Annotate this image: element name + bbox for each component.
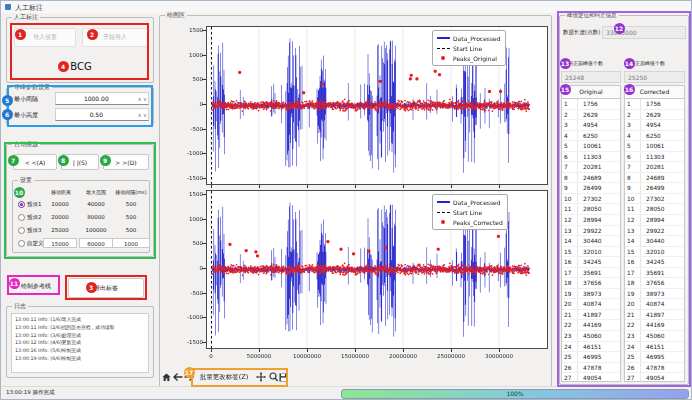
progress-bar: 100%: [341, 389, 689, 399]
preset-value: 20000: [43, 214, 77, 220]
peak-position-value: 41897: [641, 310, 664, 320]
peak-position-value: 10061: [578, 141, 601, 151]
before-count-field: 25248: [561, 71, 621, 83]
back-icon[interactable]: [173, 371, 183, 383]
batch-edit-labels-button[interactable]: 批量更改标签(Z): [195, 371, 253, 384]
table-row: 34954: [562, 120, 620, 131]
y-tick-mark: [202, 178, 206, 179]
preset-radio[interactable]: [18, 214, 25, 221]
y-tick-mark: [202, 129, 206, 130]
y-tick-label: -1500: [169, 339, 203, 345]
min-height-value: 0.50: [56, 111, 137, 118]
peak-position-value: 20281: [641, 162, 664, 172]
save-icon[interactable]: [278, 371, 288, 383]
row-index: 20: [562, 299, 578, 309]
corrected-peaks-table[interactable]: Corrected 117562262934954462505100616113…: [624, 85, 685, 382]
legend-entry: Data_Processed: [436, 197, 503, 207]
table-row: 1027302: [625, 194, 684, 205]
original-peaks-table[interactable]: Original 1175622629349544625051006161130…: [561, 85, 621, 382]
step-forward-button[interactable]: > >(D): [103, 154, 149, 170]
peak-position-value: 26499: [641, 183, 664, 193]
min-interval-spinbox[interactable]: 1000.00 ∧ ∨: [55, 92, 149, 105]
y-tick-mark: [202, 153, 206, 154]
column-header-interval: 移动间隔(ms): [112, 189, 150, 195]
status-message: 13:00:19 操作完成: [6, 389, 54, 396]
pan-icon[interactable]: [256, 371, 266, 383]
peak-position-value: 1756: [641, 99, 661, 109]
chart-bottom-legend: Data_ProcessedStart LinePeaks_Corrected: [432, 194, 508, 230]
legend-label: Peaks_Original: [453, 55, 497, 62]
row-index: 17: [625, 268, 641, 278]
peak-params-group: 寻峰参数设置 最小间隔 1000.00 ∧ ∨ 最小高度 0.50 ∧ ∨: [6, 87, 154, 126]
x-tick-label: 30000000: [475, 353, 523, 359]
table-row: 824689: [625, 173, 684, 184]
spin-down-icon[interactable]: ∨: [142, 96, 148, 102]
table-row: 1938973: [562, 289, 620, 300]
y-tick-mark: [202, 243, 206, 244]
import-settings-button[interactable]: 导入设置: [14, 28, 76, 47]
row-index: 16: [562, 257, 578, 267]
y-tick-mark: [202, 104, 206, 105]
forward-icon[interactable]: [184, 371, 194, 383]
pause-button[interactable]: | |(S): [61, 154, 99, 170]
chart-top-legend: Data_ProcessedStart LinePeaks_Original: [432, 30, 506, 66]
spin-down-icon[interactable]: ∨: [142, 112, 148, 118]
peak-position-value: 34245: [641, 257, 664, 267]
y-tick-mark: [202, 30, 206, 31]
table-row: 720281: [562, 162, 620, 173]
table-row: 2647878: [625, 363, 684, 374]
y-tick-label: 1500: [169, 27, 203, 33]
table-row: 1329922: [562, 226, 620, 237]
peak-position-value: 41897: [578, 310, 601, 320]
start-import-button[interactable]: 开始导入: [82, 28, 148, 47]
preset-radio[interactable]: [18, 201, 25, 208]
row-index: 26: [625, 363, 641, 373]
row-index: 14: [625, 236, 641, 246]
legend-entry: Start Line: [436, 207, 503, 217]
x-tick-mark: [451, 185, 452, 188]
row-index: 25: [562, 352, 578, 362]
export-labels-button[interactable]: 导出标签: [68, 278, 144, 298]
min-interval-label: 最小间隔: [14, 95, 38, 104]
preset-custom-input[interactable]: 1000: [112, 238, 150, 248]
peak-position-value: 6250: [641, 131, 661, 141]
row-index: 23: [625, 331, 641, 341]
log-list[interactable]: 13:00:11 Info: (1/6)导入完成13:00:11 Info: (…: [11, 313, 149, 373]
table-row: 2749054: [625, 373, 684, 382]
plot-area-group-title: 绘图区: [165, 11, 187, 19]
status-bar: 100%: [1, 386, 691, 400]
home-icon[interactable]: [161, 371, 171, 383]
table-row: 611303: [625, 152, 684, 163]
y-tick-label: 500: [169, 240, 203, 246]
row-index: 14: [562, 236, 578, 246]
legend-swatch-scatter-icon: [436, 220, 450, 224]
legend-entry: Start Line: [436, 43, 501, 53]
y-tick-label: 500: [169, 76, 203, 82]
preset-radio[interactable]: [18, 240, 25, 247]
zoom-icon[interactable]: [268, 371, 278, 383]
table-row: 1430440: [625, 236, 684, 247]
peak-position-value: 29922: [578, 226, 601, 236]
row-index: 4: [625, 131, 641, 141]
table-row: 2749054: [562, 373, 620, 382]
x-tick-mark: [307, 185, 308, 188]
y-tick-label: 0: [169, 101, 203, 107]
row-index: 6: [562, 152, 578, 162]
before-count-label: 纠正前峰值个数: [568, 60, 603, 66]
y-tick-label: 1500: [169, 191, 203, 197]
table-row: 11756: [625, 99, 684, 110]
preset-custom-input[interactable]: 15000: [43, 238, 77, 248]
peak-position-value: 10061: [641, 141, 664, 151]
table-row: 22629: [562, 110, 620, 121]
table-row: 510061: [625, 141, 684, 152]
step-back-button[interactable]: < <(A): [13, 154, 57, 170]
log-group-title: 日志: [12, 302, 28, 310]
preset-custom-input[interactable]: 60000: [79, 238, 113, 248]
x-tick-mark: [403, 185, 404, 188]
reference-line-checkbox[interactable]: [11, 281, 18, 288]
legend-swatch-line-icon: [436, 37, 450, 38]
preset-radio[interactable]: [18, 227, 25, 234]
min-height-spinbox[interactable]: 0.50 ∧ ∨: [55, 108, 149, 121]
row-index: 9: [562, 183, 578, 193]
table-row: 1329922: [625, 226, 684, 237]
